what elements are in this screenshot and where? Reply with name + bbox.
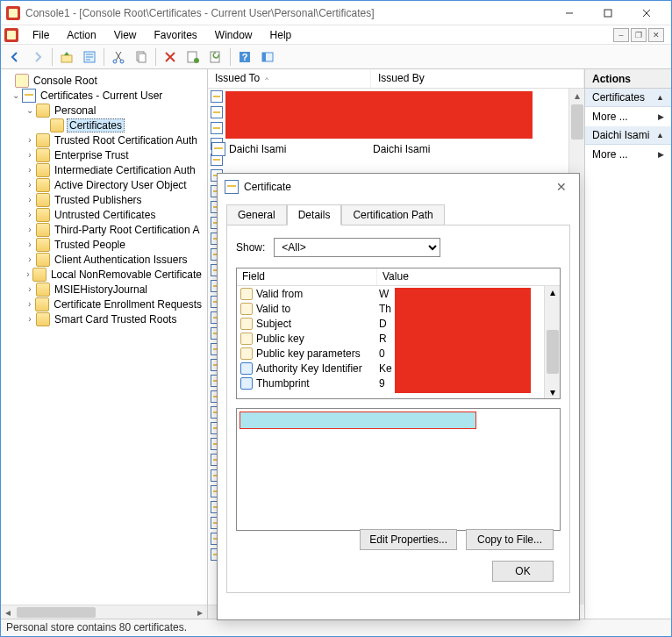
- scroll-thumb[interactable]: [17, 607, 96, 618]
- expand-icon[interactable]: ›: [24, 180, 36, 190]
- mdi-close[interactable]: ✕: [648, 28, 664, 42]
- expand-icon[interactable]: ›: [24, 165, 36, 175]
- folder-icon: [50, 118, 64, 132]
- field-icon: [240, 318, 253, 330]
- folder-icon: [36, 104, 50, 118]
- up-button[interactable]: [56, 47, 77, 68]
- cut-button[interactable]: [108, 47, 129, 68]
- field-name[interactable]: Public key: [256, 333, 379, 345]
- minimize-button[interactable]: [550, 1, 589, 25]
- tree-item[interactable]: Smart Card Trusted Roots: [53, 313, 178, 326]
- expand-icon[interactable]: ⌄: [24, 105, 36, 115]
- expand-icon[interactable]: ›: [24, 284, 36, 294]
- menu-view[interactable]: View: [105, 27, 146, 43]
- export-button[interactable]: [182, 47, 204, 68]
- expand-icon[interactable]: ›: [24, 210, 36, 219]
- tree-item[interactable]: Certificate Enrollment Requests: [52, 298, 204, 311]
- scroll-right-icon[interactable]: ▸: [193, 605, 207, 619]
- col-value[interactable]: Value: [377, 268, 414, 285]
- tree-item[interactable]: Client Authentication Issuers: [53, 254, 189, 266]
- svg-rect-6: [139, 54, 146, 62]
- expand-icon[interactable]: ⌄: [10, 90, 22, 100]
- tree-item[interactable]: Enterprise Trust: [53, 149, 131, 161]
- tab-certpath[interactable]: Certification Path: [341, 204, 444, 225]
- properties-button[interactable]: [79, 47, 100, 68]
- fieldlist-vscrollbar[interactable]: ▴ ▾: [544, 286, 560, 398]
- scroll-up-icon[interactable]: ▴: [569, 89, 585, 103]
- showhide-button[interactable]: [257, 47, 278, 68]
- edit-properties-button[interactable]: Edit Properties...: [360, 529, 457, 550]
- dialog-titlebar[interactable]: Certificate ✕: [218, 174, 579, 200]
- field-name[interactable]: Valid to: [256, 303, 379, 315]
- menu-window[interactable]: Window: [206, 27, 261, 43]
- tree-item[interactable]: Intermediate Certification Auth: [53, 164, 197, 176]
- menu-favorites[interactable]: Favorites: [146, 27, 206, 43]
- copy-to-file-button[interactable]: Copy to File...: [466, 529, 554, 550]
- tree-item[interactable]: Third-Party Root Certification A: [53, 224, 201, 236]
- field-name[interactable]: Valid from: [256, 288, 379, 300]
- mdi-minimize[interactable]: –: [613, 28, 629, 42]
- dialog-close-button[interactable]: ✕: [551, 178, 572, 196]
- menu-file[interactable]: File: [24, 27, 58, 43]
- folder-icon: [36, 312, 50, 326]
- field-name[interactable]: Authority Key Identifier: [256, 362, 379, 375]
- tree-item[interactable]: Trusted People: [53, 239, 127, 251]
- delete-button[interactable]: [160, 47, 181, 68]
- tree-item[interactable]: Active Directory User Object: [53, 179, 189, 191]
- scroll-left-icon[interactable]: ◂: [1, 605, 15, 619]
- tree-item[interactable]: Local NonRemovable Certificate: [49, 268, 204, 281]
- tree-item[interactable]: Trusted Publishers: [53, 194, 144, 206]
- tree-pane: Console Root ⌄Certificates - Current Use…: [1, 69, 208, 619]
- tree-console-root[interactable]: Console Root: [32, 75, 99, 87]
- tab-details[interactable]: Details: [287, 204, 342, 225]
- column-issued-by[interactable]: Issued By: [371, 69, 584, 88]
- mdi-restore[interactable]: ❐: [631, 28, 647, 42]
- scroll-down-icon[interactable]: ▾: [545, 386, 561, 398]
- back-button[interactable]: [4, 47, 25, 68]
- tab-general[interactable]: General: [226, 204, 287, 225]
- field-name[interactable]: Subject: [256, 318, 379, 330]
- help-button[interactable]: ?: [234, 47, 255, 68]
- cell-issued-to[interactable]: Daichi Isami: [229, 143, 373, 155]
- maximize-button[interactable]: [589, 1, 627, 25]
- tree-item[interactable]: Untrusted Certificates: [53, 209, 157, 221]
- dialog-tabs: General Details Certification Path: [218, 204, 579, 225]
- expand-icon[interactable]: ›: [24, 240, 36, 249]
- menu-action[interactable]: Action: [58, 27, 104, 43]
- expand-icon[interactable]: ›: [24, 299, 35, 309]
- field-name[interactable]: Public key parameters: [256, 347, 379, 360]
- refresh-button[interactable]: [205, 47, 226, 68]
- tree-item[interactable]: Trusted Root Certification Auth: [53, 134, 199, 147]
- copy-button[interactable]: [131, 47, 152, 68]
- tree-cert-user[interactable]: Certificates - Current User: [39, 89, 164, 102]
- expand-icon[interactable]: ›: [24, 195, 36, 204]
- col-field[interactable]: Field: [237, 268, 377, 285]
- scroll-up-icon[interactable]: ▴: [545, 286, 561, 298]
- expand-icon[interactable]: ›: [24, 225, 36, 234]
- close-button[interactable]: [627, 1, 666, 25]
- expand-icon[interactable]: ›: [24, 150, 36, 160]
- actions-section-item[interactable]: Daichi Isami▲: [585, 126, 671, 145]
- menu-help[interactable]: Help: [261, 27, 301, 43]
- field-list[interactable]: Field Value Valid fromW...Valid toTh0...…: [236, 268, 561, 399]
- expand-icon[interactable]: ›: [24, 269, 32, 279]
- ok-button[interactable]: OK: [492, 561, 554, 582]
- actions-section-certificates[interactable]: Certificates▲: [585, 89, 671, 107]
- tree-item[interactable]: MSIEHistoryJournal: [53, 283, 149, 296]
- scroll-thumb[interactable]: [547, 330, 559, 374]
- actions-more-1[interactable]: More ...▶: [585, 107, 671, 126]
- title-bar: Console1 - [Console Root\Certificates - …: [1, 1, 671, 25]
- forward-button[interactable]: [27, 47, 48, 68]
- tree[interactable]: Console Root ⌄Certificates - Current Use…: [1, 69, 207, 605]
- actions-more-2[interactable]: More ...▶: [585, 145, 671, 164]
- tree-personal[interactable]: Personal: [53, 104, 97, 117]
- expand-icon[interactable]: ›: [24, 135, 36, 145]
- tree-hscrollbar[interactable]: ◂ ▸: [1, 605, 207, 619]
- scroll-thumb[interactable]: [571, 104, 583, 140]
- field-name[interactable]: Thumbprint: [256, 377, 379, 390]
- expand-icon[interactable]: ›: [24, 254, 36, 264]
- show-select[interactable]: <All>: [274, 238, 440, 257]
- expand-icon[interactable]: ›: [24, 314, 36, 324]
- tree-certificates[interactable]: Certificates: [67, 118, 125, 132]
- column-issued-to[interactable]: Issued To^: [208, 69, 371, 88]
